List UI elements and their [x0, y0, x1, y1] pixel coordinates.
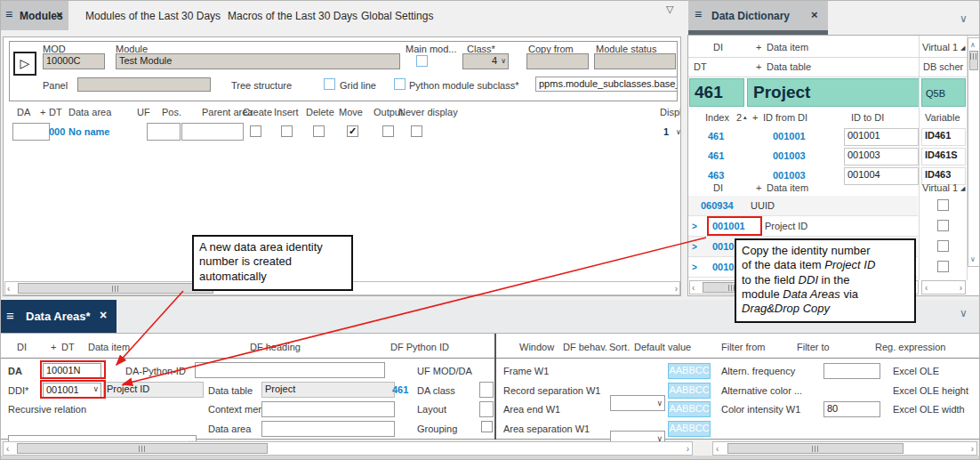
- tab-modules[interactable]: ≡ Modules ×: [1, 1, 68, 30]
- close-icon[interactable]: ×: [56, 8, 63, 21]
- tab-modules-30-days[interactable]: Modules of the Last 30 Days: [85, 10, 221, 22]
- grouping-checkbox[interactable]: [481, 421, 493, 432]
- scroll-right-icon[interactable]: ›: [971, 443, 974, 455]
- dd-plus[interactable]: +: [756, 42, 761, 52]
- color-intensity-field[interactable]: 80: [823, 401, 880, 417]
- tab-data-areas[interactable]: ≡ Data Areas* ×: [1, 300, 116, 333]
- run-module-button[interactable]: ▷: [13, 52, 36, 76]
- module-status-field[interactable]: [594, 53, 676, 69]
- scrollbar-thumb[interactable]: [17, 443, 268, 454]
- copy-from-field[interactable]: [526, 53, 589, 69]
- dd-plus[interactable]: +: [756, 61, 761, 72]
- scroll-left-icon[interactable]: ‹: [925, 282, 928, 294]
- virtual-checkbox[interactable]: [937, 220, 949, 231]
- scroll-left-icon[interactable]: ‹: [6, 443, 9, 455]
- area-end-color-chip[interactable]: AABBCC: [668, 401, 711, 417]
- variable-cell[interactable]: ID461: [921, 128, 966, 146]
- index-row[interactable]: 461 001003 001003 ID461S: [688, 147, 968, 166]
- scroll-down-icon[interactable]: ∨: [970, 254, 976, 265]
- dd-v-scrollbar[interactable]: ∧ ∨: [968, 37, 980, 267]
- data-areas-h-scrollbar-right[interactable]: ‹ ›: [712, 441, 977, 456]
- create-checkbox[interactable]: [250, 125, 261, 137]
- parent-area-cell-input[interactable]: [181, 123, 244, 141]
- scrollbar-thumb[interactable]: [727, 443, 904, 454]
- scrollbar-thumb[interactable]: [969, 51, 978, 70]
- grid-line-checkbox[interactable]: [324, 78, 335, 90]
- hamburger-icon[interactable]: ≡: [695, 7, 702, 21]
- da-class-field[interactable]: [479, 382, 494, 398]
- dd-plus[interactable]: +: [756, 182, 761, 193]
- collapse-chevron-icon[interactable]: ∨: [960, 12, 968, 25]
- scroll-up-icon[interactable]: ∧: [970, 39, 976, 51]
- frame-w1-color-chip[interactable]: AABBCC: [668, 363, 711, 379]
- virtual-checkbox[interactable]: [937, 240, 949, 252]
- data-areas-h-scrollbar-left[interactable]: ‹ ›: [3, 441, 693, 456]
- python-subclass-checkbox[interactable]: [394, 78, 406, 90]
- main-mod-checkbox[interactable]: [416, 55, 428, 67]
- da-python-id-field[interactable]: [195, 362, 385, 378]
- panel-field[interactable]: [77, 77, 211, 92]
- layout-field[interactable]: [479, 401, 494, 417]
- close-icon[interactable]: ×: [100, 308, 107, 322]
- id-to-cell[interactable]: 001003: [844, 148, 919, 165]
- data-table-id[interactable]: 461: [392, 384, 408, 395]
- class-select[interactable]: 4 ∨: [462, 53, 509, 69]
- virtual-checkbox[interactable]: [937, 199, 949, 211]
- expand-icon[interactable]: >: [692, 242, 697, 252]
- variable-cell[interactable]: ID461S: [921, 148, 966, 165]
- annotation-note-1: A new data area identity number is creat…: [192, 235, 353, 291]
- insert-checkbox[interactable]: [281, 125, 293, 137]
- selected-table-name-cell[interactable]: Project: [747, 78, 920, 107]
- virtual-checkbox[interactable]: [937, 261, 949, 272]
- selected-table-schema-cell[interactable]: Q5B: [921, 78, 966, 107]
- record-separation-color-chip[interactable]: AABBCC: [668, 383, 711, 399]
- output-checkbox[interactable]: [382, 125, 394, 137]
- scroll-left-icon[interactable]: ‹: [692, 282, 695, 294]
- annotation-note-2: Copy the identity number of the data ite…: [735, 238, 916, 323]
- area-separation-color-chip[interactable]: AABBCC: [668, 421, 711, 437]
- col-plus[interactable]: +: [40, 107, 45, 117]
- altern-frequency-field[interactable]: [823, 363, 880, 379]
- id-to-cell[interactable]: 001004: [844, 167, 919, 185]
- hamburger-icon[interactable]: ≡: [5, 7, 12, 21]
- index-plus[interactable]: +: [752, 112, 758, 123]
- python-subclass-field[interactable]: ppms.module_subclasses.base_clas: [535, 77, 678, 92]
- scrollbar-thumb[interactable]: [18, 283, 213, 294]
- mod-field[interactable]: 10000C: [43, 53, 105, 69]
- expand-icon[interactable]: >: [692, 222, 697, 231]
- grid-row[interactable]: 000 No name ✓ 1 ∨: [4, 121, 681, 142]
- data-area-field[interactable]: [261, 421, 395, 437]
- tab-overflow-icon[interactable]: ▽: [666, 4, 673, 15]
- sort-corner-icon: ◢: [960, 185, 965, 192]
- delete-checkbox[interactable]: [313, 125, 325, 137]
- pos-cell-input[interactable]: [147, 123, 181, 141]
- expand-icon[interactable]: >: [692, 262, 697, 272]
- close-icon[interactable]: ×: [811, 8, 818, 21]
- dd-mini-h-scrollbar[interactable]: ‹ ›: [921, 280, 966, 295]
- scroll-right-icon[interactable]: ›: [960, 282, 962, 294]
- tab-data-dictionary-label: Data Dictionary: [711, 10, 790, 22]
- hamburger-icon[interactable]: ≡: [6, 308, 14, 323]
- id-to-cell[interactable]: 001001: [844, 128, 919, 146]
- tab-data-dictionary[interactable]: ≡ Data Dictionary ×: [688, 1, 828, 30]
- tab-global-settings[interactable]: Global Settings: [361, 10, 433, 22]
- tab-macros-30-days[interactable]: Macros of the Last 30 Days: [228, 10, 357, 22]
- context-menu-field[interactable]: [261, 401, 395, 417]
- scroll-right-icon[interactable]: ›: [687, 443, 689, 455]
- display-cell: 1: [663, 126, 669, 137]
- selected-table-row[interactable]: 461: [689, 78, 744, 107]
- scroll-left-icon[interactable]: ‹: [716, 443, 719, 455]
- index-row[interactable]: 461 001001 001001 ID461: [688, 127, 968, 147]
- frame-w1-select[interactable]: ∨: [610, 395, 665, 411]
- main-mod-label: Main mod...: [406, 44, 456, 54]
- module-field[interactable]: Test Module: [116, 53, 400, 69]
- da-cell-input[interactable]: [12, 123, 50, 141]
- scroll-left-icon[interactable]: ‹: [7, 283, 10, 295]
- scroll-right-icon[interactable]: ›: [675, 283, 678, 295]
- move-checkbox[interactable]: ✓: [347, 125, 358, 137]
- data-item-row[interactable]: 060934 UUID: [688, 196, 918, 216]
- dropdown-icon[interactable]: ∨: [676, 128, 681, 136]
- da-plus[interactable]: +: [51, 342, 56, 352]
- never-display-checkbox[interactable]: [411, 125, 422, 137]
- collapse-chevron-icon[interactable]: ∨: [960, 307, 968, 319]
